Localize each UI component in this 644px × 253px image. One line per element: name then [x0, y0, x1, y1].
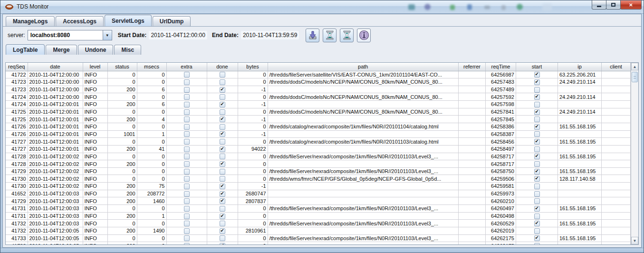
- cell-extra[interactable]: [166, 205, 207, 213]
- cell-start[interactable]: [516, 116, 558, 123]
- cell-msecs[interactable]: 1: [137, 130, 166, 138]
- cell-msecs[interactable]: 0: [137, 108, 166, 116]
- cell-status[interactable]: 0: [107, 167, 137, 175]
- cell-client[interactable]: [602, 183, 631, 190]
- cell-done[interactable]: [207, 220, 238, 227]
- cell-status[interactable]: 200: [107, 160, 137, 168]
- cell-path[interactable]: [268, 160, 459, 168]
- cell-done[interactable]: [207, 108, 238, 116]
- cell-bytes[interactable]: -1: [238, 101, 268, 108]
- cell-done[interactable]: [207, 212, 238, 220]
- tab-managelogs[interactable]: ManageLogs: [6, 16, 55, 26]
- cell-client[interactable]: [602, 234, 631, 242]
- cell-extra[interactable]: [166, 234, 207, 242]
- cell-ip[interactable]: 24.249.210.114: [558, 93, 602, 101]
- cell-reqSeq[interactable]: 41722: [6, 71, 28, 78]
- cell-reqSeq[interactable]: 41728: [6, 160, 28, 168]
- cell-client[interactable]: [602, 93, 631, 101]
- cell-msecs[interactable]: 41: [137, 145, 166, 153]
- cell-level[interactable]: INFO: [83, 153, 107, 160]
- cell-extra[interactable]: [166, 101, 207, 108]
- cell-msecs[interactable]: 1: [137, 212, 166, 220]
- table-row[interactable]: 417262010-11-04T12:00:01INFO10011-164258…: [6, 130, 631, 138]
- cell-referrer[interactable]: [459, 86, 486, 93]
- table-row[interactable]: 417242010-11-04T12:00:01INFO2006-1642575…: [6, 101, 631, 108]
- table-row[interactable]: 417262010-11-04T12:00:01INFO000/thredds/…: [6, 123, 631, 130]
- cell-date[interactable]: 2010-11-04T12:00:01: [28, 138, 83, 146]
- cell-referrer[interactable]: [459, 212, 486, 220]
- cell-client[interactable]: [602, 227, 631, 234]
- cell-msecs[interactable]: 0: [137, 138, 166, 146]
- cell-done[interactable]: [207, 93, 238, 101]
- cell-date[interactable]: 2010-11-04T12:00:00: [28, 93, 83, 101]
- cell-start[interactable]: [516, 175, 558, 183]
- cell-reqTime[interactable]: 64258717: [486, 160, 516, 168]
- cell-reqSeq[interactable]: 41723: [6, 78, 28, 86]
- server-combobox[interactable]: localhost:8080 ▼: [28, 30, 112, 40]
- table-row[interactable]: 417332010-11-04T12:00:05INFO200006426217…: [6, 242, 631, 244]
- scroll-down-icon[interactable]: ▼: [631, 237, 638, 244]
- cell-ip[interactable]: [558, 190, 602, 197]
- tab-misc[interactable]: Misc: [114, 45, 141, 55]
- cell-path[interactable]: [268, 86, 459, 93]
- cell-start[interactable]: [516, 78, 558, 86]
- cell-bytes[interactable]: 0: [238, 220, 268, 227]
- cell-bytes[interactable]: -1: [238, 86, 268, 93]
- cell-ip[interactable]: [558, 86, 602, 93]
- tab-logtable[interactable]: LogTable: [6, 44, 45, 55]
- cell-bytes[interactable]: 0: [238, 123, 268, 130]
- cell-reqSeq[interactable]: 41731: [6, 205, 28, 213]
- cell-reqTime[interactable]: 64258387: [486, 130, 516, 138]
- cell-reqTime[interactable]: 64257845: [486, 116, 516, 123]
- cell-msecs[interactable]: 1460: [137, 197, 166, 205]
- cell-start[interactable]: [516, 190, 558, 197]
- cell-done[interactable]: [207, 227, 238, 234]
- cell-bytes[interactable]: 0: [238, 167, 268, 175]
- cell-path[interactable]: [268, 212, 459, 220]
- cell-status[interactable]: 200: [107, 190, 137, 197]
- cell-start[interactable]: [516, 183, 558, 190]
- cell-msecs[interactable]: 0: [137, 160, 166, 168]
- cell-reqTime[interactable]: 64260498: [486, 212, 516, 220]
- cell-level[interactable]: INFO: [83, 242, 107, 244]
- cell-date[interactable]: 2010-11-04T12:00:02: [28, 167, 83, 175]
- cell-start[interactable]: [516, 227, 558, 234]
- cell-referrer[interactable]: [459, 242, 486, 244]
- tab-accesslogs[interactable]: AccessLogs: [56, 16, 104, 26]
- cell-client[interactable]: [602, 175, 631, 183]
- cell-level[interactable]: INFO: [83, 167, 107, 175]
- cell-ip[interactable]: [558, 130, 602, 138]
- cell-level[interactable]: INFO: [83, 145, 107, 153]
- cell-status[interactable]: 200: [107, 116, 137, 123]
- cell-ip[interactable]: 161.55.168.195: [558, 123, 602, 130]
- cell-status[interactable]: 0: [107, 138, 137, 146]
- cell-start[interactable]: [516, 101, 558, 108]
- cell-level[interactable]: INFO: [83, 220, 107, 227]
- cell-referrer[interactable]: [459, 183, 486, 190]
- column-header-msecs[interactable]: msecs: [137, 63, 166, 71]
- cell-path[interactable]: /thredds/fileServer/nexrad/composite/1km…: [268, 205, 459, 213]
- cell-date[interactable]: 2010-11-04T12:00:03: [28, 220, 83, 227]
- tab-servletlogs[interactable]: ServletLogs: [105, 15, 152, 26]
- cell-status[interactable]: 0: [107, 71, 137, 78]
- cell-status[interactable]: 200: [107, 197, 137, 205]
- cell-msecs[interactable]: 6: [137, 86, 166, 93]
- cell-path[interactable]: [268, 227, 459, 234]
- cell-reqSeq[interactable]: 41725: [6, 108, 28, 116]
- cell-ip[interactable]: 161.55.168.195: [558, 138, 602, 146]
- cell-msecs[interactable]: 0: [137, 242, 166, 244]
- cell-ip[interactable]: [558, 160, 602, 168]
- close-button[interactable]: ✕: [620, 0, 642, 10]
- cell-start[interactable]: [516, 205, 558, 213]
- cell-path[interactable]: [268, 101, 459, 108]
- cell-referrer[interactable]: [459, 153, 486, 160]
- cell-date[interactable]: 2010-11-04T12:00:05: [28, 234, 83, 242]
- cell-level[interactable]: INFO: [83, 86, 107, 93]
- table-row[interactable]: 417322010-11-04T12:00:05INFO200149028109…: [6, 227, 631, 234]
- cell-date[interactable]: 2010-11-04T12:00:01: [28, 123, 83, 130]
- table-row[interactable]: 417252010-11-04T12:00:01INFO2004-1642578…: [6, 116, 631, 123]
- cell-reqSeq[interactable]: 41724: [6, 93, 28, 101]
- cell-status[interactable]: 200: [107, 145, 137, 153]
- cell-done[interactable]: [207, 145, 238, 153]
- cell-bytes[interactable]: 0: [238, 242, 268, 244]
